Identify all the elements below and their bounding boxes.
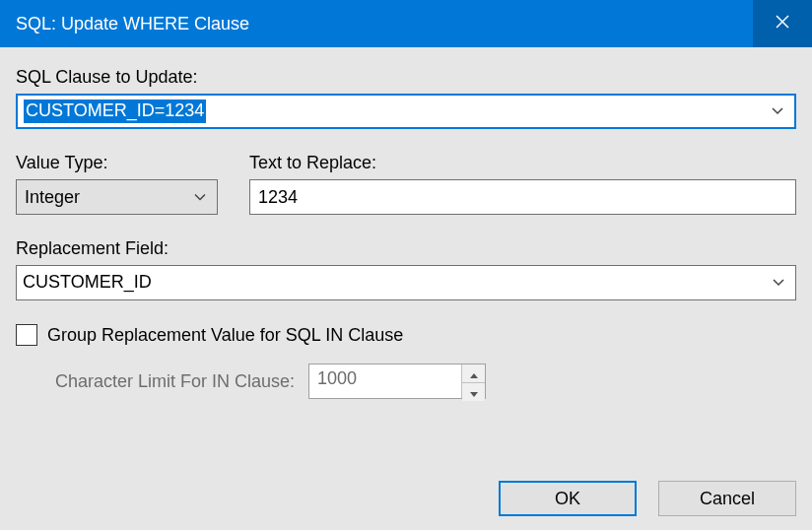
chevron-down-icon — [771, 102, 784, 120]
svg-marker-2 — [470, 373, 478, 378]
button-row: OK Cancel — [499, 481, 796, 516]
text-replace-label: Text to Replace: — [249, 153, 796, 173]
clause-label: SQL Clause to Update: — [16, 67, 796, 88]
clause-row: SQL Clause to Update: CUSTOMER_ID=1234 — [16, 67, 796, 129]
value-type-combo[interactable]: Integer — [16, 179, 218, 215]
spinner-up[interactable] — [462, 364, 485, 383]
titlebar: SQL: Update WHERE Clause — [0, 0, 812, 47]
chevron-down-icon — [193, 187, 207, 208]
text-replace-input[interactable] — [249, 179, 796, 215]
value-type-col: Value Type: Integer — [16, 153, 218, 215]
char-limit-label: Character Limit For IN Clause: — [55, 371, 295, 392]
spinner-buttons — [461, 364, 485, 398]
char-limit-row: Character Limit For IN Clause: 1000 — [55, 364, 796, 399]
replacement-row: Replacement Field: CUSTOMER_ID — [16, 238, 796, 300]
chevron-down-icon — [772, 274, 785, 292]
clause-value: CUSTOMER_ID=1234 — [24, 99, 206, 123]
replacement-value: CUSTOMER_ID — [23, 272, 152, 294]
cancel-button[interactable]: Cancel — [658, 481, 796, 516]
clause-combo[interactable]: CUSTOMER_ID=1234 — [16, 94, 796, 129]
char-limit-value: 1000 — [309, 364, 461, 398]
replacement-combo[interactable]: CUSTOMER_ID — [16, 265, 796, 300]
text-replace-col: Text to Replace: — [249, 153, 796, 215]
group-check-row: Group Replacement Value for SQL IN Claus… — [16, 324, 796, 346]
group-check-label: Group Replacement Value for SQL IN Claus… — [47, 325, 403, 346]
close-button[interactable] — [753, 0, 812, 47]
ok-button[interactable]: OK — [499, 481, 637, 516]
close-icon — [775, 14, 790, 33]
svg-marker-3 — [470, 392, 478, 397]
value-type-value: Integer — [25, 187, 80, 208]
value-type-label: Value Type: — [16, 153, 218, 173]
group-checkbox[interactable] — [16, 324, 37, 346]
chevron-down-icon — [470, 383, 478, 401]
type-text-row: Value Type: Integer Text to Replace: — [16, 153, 796, 215]
dialog-title: SQL: Update WHERE Clause — [16, 14, 249, 34]
spinner-down[interactable] — [462, 383, 485, 401]
dialog-content: SQL Clause to Update: CUSTOMER_ID=1234 V… — [0, 47, 812, 530]
replacement-label: Replacement Field: — [16, 238, 796, 259]
chevron-up-icon — [470, 364, 478, 382]
char-limit-spinner[interactable]: 1000 — [308, 364, 486, 399]
